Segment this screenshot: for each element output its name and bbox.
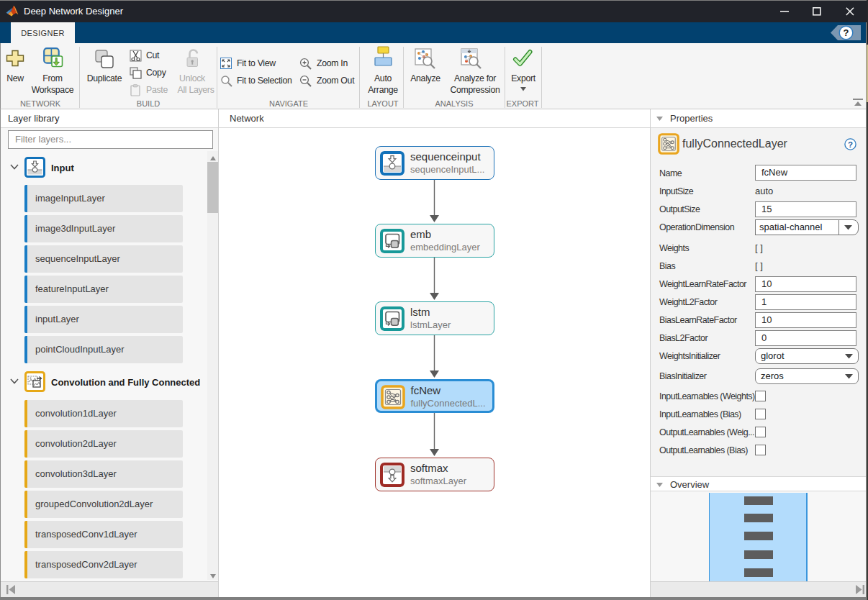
svg-text:?: ?	[844, 27, 849, 38]
svg-text:?: ?	[848, 140, 853, 149]
